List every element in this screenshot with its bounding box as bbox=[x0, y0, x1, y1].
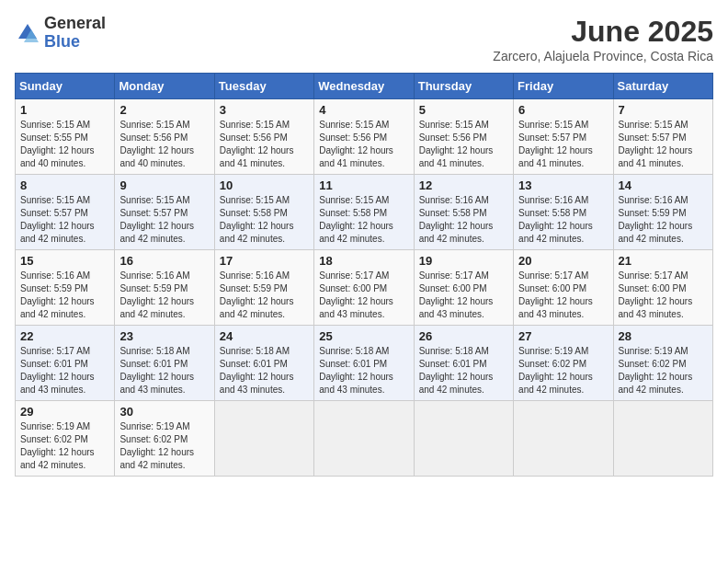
day-info: Sunrise: 5:15 AM Sunset: 5:58 PM Dayligh… bbox=[220, 194, 309, 246]
day-info: Sunrise: 5:15 AM Sunset: 5:57 PM Dayligh… bbox=[119, 194, 209, 246]
day-info: Sunrise: 5:17 AM Sunset: 6:01 PM Dayligh… bbox=[20, 345, 109, 396]
day-info: Sunrise: 5:19 AM Sunset: 6:02 PM Dayligh… bbox=[518, 345, 608, 396]
calendar-cell: 18Sunrise: 5:17 AM Sunset: 6:00 PM Dayli… bbox=[314, 250, 414, 326]
day-info: Sunrise: 5:18 AM Sunset: 6:01 PM Dayligh… bbox=[220, 345, 309, 396]
day-number: 10 bbox=[220, 178, 309, 192]
day-number: 13 bbox=[518, 178, 608, 192]
day-info: Sunrise: 5:15 AM Sunset: 5:56 PM Dayligh… bbox=[220, 119, 309, 170]
calendar-cell: 11Sunrise: 5:15 AM Sunset: 5:58 PM Dayli… bbox=[314, 175, 414, 250]
calendar-cell: 17Sunrise: 5:16 AM Sunset: 5:59 PM Dayli… bbox=[214, 250, 313, 326]
calendar-cell: 26Sunrise: 5:18 AM Sunset: 6:01 PM Dayli… bbox=[414, 326, 513, 401]
weekday-wednesday: Wednesday bbox=[314, 74, 414, 99]
calendar-cell: 8Sunrise: 5:15 AM Sunset: 5:57 PM Daylig… bbox=[16, 175, 115, 250]
calendar-cell: 16Sunrise: 5:16 AM Sunset: 5:59 PM Dayli… bbox=[115, 250, 214, 326]
day-info: Sunrise: 5:18 AM Sunset: 6:01 PM Dayligh… bbox=[119, 345, 209, 396]
calendar-cell: 28Sunrise: 5:19 AM Sunset: 6:02 PM Dayli… bbox=[613, 326, 712, 401]
day-info: Sunrise: 5:16 AM Sunset: 5:59 PM Dayligh… bbox=[619, 194, 708, 246]
day-info: Sunrise: 5:15 AM Sunset: 5:56 PM Dayligh… bbox=[419, 119, 508, 170]
calendar-cell bbox=[214, 401, 313, 477]
calendar-cell: 1Sunrise: 5:15 AM Sunset: 5:55 PM Daylig… bbox=[16, 99, 115, 175]
logo-icon bbox=[15, 20, 40, 46]
day-number: 16 bbox=[119, 254, 209, 268]
day-info: Sunrise: 5:17 AM Sunset: 6:00 PM Dayligh… bbox=[518, 270, 608, 321]
day-number: 5 bbox=[419, 103, 508, 117]
calendar-cell: 23Sunrise: 5:18 AM Sunset: 6:01 PM Dayli… bbox=[115, 326, 214, 401]
page-header: General Blue June 2025 Zarcero, Alajuela… bbox=[15, 15, 713, 63]
day-number: 7 bbox=[619, 103, 708, 117]
day-number: 22 bbox=[20, 329, 109, 343]
logo-blue-text: Blue bbox=[44, 32, 80, 51]
calendar-cell: 4Sunrise: 5:15 AM Sunset: 5:56 PM Daylig… bbox=[314, 99, 414, 175]
logo: General Blue bbox=[15, 15, 106, 52]
day-info: Sunrise: 5:17 AM Sunset: 6:00 PM Dayligh… bbox=[319, 270, 408, 321]
calendar-cell: 12Sunrise: 5:16 AM Sunset: 5:58 PM Dayli… bbox=[414, 175, 513, 250]
title-block: June 2025 Zarcero, Alajuela Province, Co… bbox=[493, 15, 713, 63]
calendar-cell bbox=[314, 401, 414, 477]
calendar-cell: 25Sunrise: 5:18 AM Sunset: 6:01 PM Dayli… bbox=[314, 326, 414, 401]
day-number: 17 bbox=[220, 254, 309, 268]
day-number: 29 bbox=[20, 405, 109, 419]
calendar-cell bbox=[514, 401, 613, 477]
calendar-week-2: 8Sunrise: 5:15 AM Sunset: 5:57 PM Daylig… bbox=[16, 175, 713, 250]
calendar-cell: 30Sunrise: 5:19 AM Sunset: 6:02 PM Dayli… bbox=[115, 401, 214, 477]
day-info: Sunrise: 5:18 AM Sunset: 6:01 PM Dayligh… bbox=[419, 345, 508, 396]
day-number: 6 bbox=[518, 103, 608, 117]
day-number: 15 bbox=[20, 254, 109, 268]
calendar-cell: 10Sunrise: 5:15 AM Sunset: 5:58 PM Dayli… bbox=[214, 175, 313, 250]
day-info: Sunrise: 5:16 AM Sunset: 5:58 PM Dayligh… bbox=[419, 194, 508, 246]
day-info: Sunrise: 5:19 AM Sunset: 6:02 PM Dayligh… bbox=[619, 345, 708, 396]
calendar-body: 1Sunrise: 5:15 AM Sunset: 5:55 PM Daylig… bbox=[16, 99, 713, 477]
day-info: Sunrise: 5:17 AM Sunset: 6:00 PM Dayligh… bbox=[619, 270, 708, 321]
calendar-cell: 15Sunrise: 5:16 AM Sunset: 5:59 PM Dayli… bbox=[16, 250, 115, 326]
day-info: Sunrise: 5:15 AM Sunset: 5:57 PM Dayligh… bbox=[619, 119, 708, 170]
day-info: Sunrise: 5:16 AM Sunset: 5:59 PM Dayligh… bbox=[119, 270, 209, 321]
weekday-header-row: SundayMondayTuesdayWednesdayThursdayFrid… bbox=[16, 74, 713, 99]
calendar-week-5: 29Sunrise: 5:19 AM Sunset: 6:02 PM Dayli… bbox=[16, 401, 713, 477]
day-number: 21 bbox=[619, 254, 708, 268]
day-info: Sunrise: 5:16 AM Sunset: 5:58 PM Dayligh… bbox=[518, 194, 608, 246]
calendar-cell: 2Sunrise: 5:15 AM Sunset: 5:56 PM Daylig… bbox=[115, 99, 214, 175]
day-info: Sunrise: 5:19 AM Sunset: 6:02 PM Dayligh… bbox=[119, 420, 209, 472]
calendar-cell: 29Sunrise: 5:19 AM Sunset: 6:02 PM Dayli… bbox=[16, 401, 115, 477]
calendar-cell: 22Sunrise: 5:17 AM Sunset: 6:01 PM Dayli… bbox=[16, 326, 115, 401]
calendar-cell: 3Sunrise: 5:15 AM Sunset: 5:56 PM Daylig… bbox=[214, 99, 313, 175]
day-number: 27 bbox=[518, 329, 608, 343]
weekday-saturday: Saturday bbox=[613, 74, 712, 99]
calendar-cell: 6Sunrise: 5:15 AM Sunset: 5:57 PM Daylig… bbox=[514, 99, 613, 175]
calendar-cell: 5Sunrise: 5:15 AM Sunset: 5:56 PM Daylig… bbox=[414, 99, 513, 175]
day-number: 12 bbox=[419, 178, 508, 192]
day-number: 30 bbox=[119, 405, 209, 419]
weekday-monday: Monday bbox=[115, 74, 214, 99]
day-info: Sunrise: 5:18 AM Sunset: 6:01 PM Dayligh… bbox=[319, 345, 408, 396]
day-info: Sunrise: 5:15 AM Sunset: 5:58 PM Dayligh… bbox=[319, 194, 408, 246]
calendar-cell: 20Sunrise: 5:17 AM Sunset: 6:00 PM Dayli… bbox=[514, 250, 613, 326]
day-number: 18 bbox=[319, 254, 408, 268]
calendar-week-1: 1Sunrise: 5:15 AM Sunset: 5:55 PM Daylig… bbox=[16, 99, 713, 175]
day-number: 19 bbox=[419, 254, 508, 268]
calendar-cell: 24Sunrise: 5:18 AM Sunset: 6:01 PM Dayli… bbox=[214, 326, 313, 401]
day-info: Sunrise: 5:15 AM Sunset: 5:56 PM Dayligh… bbox=[119, 119, 209, 170]
day-number: 24 bbox=[220, 329, 309, 343]
day-number: 23 bbox=[119, 329, 209, 343]
day-info: Sunrise: 5:15 AM Sunset: 5:56 PM Dayligh… bbox=[319, 119, 408, 170]
calendar-cell: 27Sunrise: 5:19 AM Sunset: 6:02 PM Dayli… bbox=[514, 326, 613, 401]
weekday-friday: Friday bbox=[514, 74, 613, 99]
day-number: 9 bbox=[119, 178, 209, 192]
calendar-cell: 21Sunrise: 5:17 AM Sunset: 6:00 PM Dayli… bbox=[613, 250, 712, 326]
day-number: 4 bbox=[319, 103, 408, 117]
day-number: 3 bbox=[220, 103, 309, 117]
calendar-week-3: 15Sunrise: 5:16 AM Sunset: 5:59 PM Dayli… bbox=[16, 250, 713, 326]
day-number: 25 bbox=[319, 329, 408, 343]
calendar-week-4: 22Sunrise: 5:17 AM Sunset: 6:01 PM Dayli… bbox=[16, 326, 713, 401]
day-info: Sunrise: 5:17 AM Sunset: 6:00 PM Dayligh… bbox=[419, 270, 508, 321]
day-info: Sunrise: 5:16 AM Sunset: 5:59 PM Dayligh… bbox=[220, 270, 309, 321]
day-info: Sunrise: 5:16 AM Sunset: 5:59 PM Dayligh… bbox=[20, 270, 109, 321]
day-number: 2 bbox=[119, 103, 209, 117]
day-number: 26 bbox=[419, 329, 508, 343]
calendar-table: SundayMondayTuesdayWednesdayThursdayFrid… bbox=[15, 73, 713, 477]
calendar-cell: 7Sunrise: 5:15 AM Sunset: 5:57 PM Daylig… bbox=[613, 99, 712, 175]
day-info: Sunrise: 5:15 AM Sunset: 5:57 PM Dayligh… bbox=[20, 194, 109, 246]
weekday-sunday: Sunday bbox=[16, 74, 115, 99]
day-number: 1 bbox=[20, 103, 109, 117]
calendar-subtitle: Zarcero, Alajuela Province, Costa Rica bbox=[493, 49, 713, 63]
